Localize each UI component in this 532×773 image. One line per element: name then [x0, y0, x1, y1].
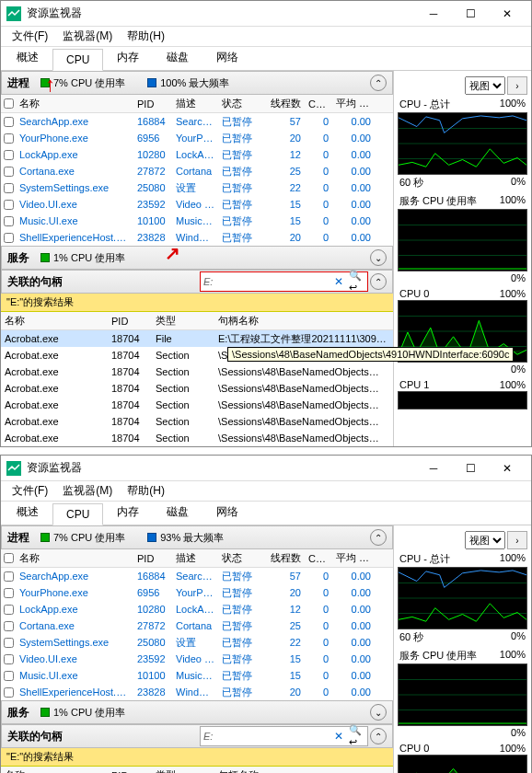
process-row[interactable]: Music.UI.exe10100 Music…已暂停 150 0.00 [1, 213, 393, 229]
search-go-icon[interactable]: 🔍↩ [346, 270, 364, 294]
col-threads[interactable]: 线程数 [260, 97, 305, 110]
expand-icon[interactable]: ⌄ [370, 704, 387, 721]
menu-monitor[interactable]: 监视器(M) [55, 483, 120, 499]
processes-header[interactable]: 进程 7% CPU 使用率 100% 最大频率 ⌃ [1, 71, 393, 95]
process-row[interactable]: Cortana.exe27872 Cortana已暂停 250 0.00 [1, 617, 393, 634]
search-go-icon[interactable]: 🔍↩ [346, 724, 364, 748]
maximize-button[interactable]: ☐ [452, 3, 489, 25]
process-row[interactable]: Video.UI.exe23592 Video …已暂停 150 0.00 [1, 196, 393, 213]
handle-row[interactable]: Acrobat.exe18704 FileE:\工程竣工文件整理20211111… [1, 330, 393, 347]
tab-disk[interactable]: 磁盘 [153, 45, 202, 70]
row-checkbox[interactable] [4, 638, 14, 648]
row-checkbox[interactable] [4, 687, 14, 698]
maximize-button[interactable]: ☐ [452, 457, 489, 479]
process-row[interactable]: LockApp.exe10280 LockAp…已暂停 120 0.00 [1, 146, 393, 163]
handles-header[interactable]: 关联的句柄 ✕ 🔍↩ ⌃ [1, 270, 393, 294]
side-chevron-icon[interactable]: › [507, 76, 527, 95]
process-row[interactable]: SystemSettings.exe25080 设置已暂停 220 0.00 [1, 179, 393, 196]
hcol-name[interactable]: 名称 [1, 314, 108, 328]
titlebar[interactable]: 资源监视器 ─ ☐ ✕ [1, 1, 531, 27]
process-row[interactable]: SearchApp.exe16884 Search…已暂停 570 0.00 [1, 568, 393, 584]
row-checkbox[interactable] [4, 117, 14, 127]
tab-overview[interactable]: 概述 [3, 45, 52, 70]
tab-bar: 概述 CPU 内存 磁盘 网络 [1, 502, 531, 525]
view-dropdown[interactable]: 视图 [465, 531, 505, 549]
process-row[interactable]: ShellExperienceHost.exe23828 Windo…已暂停 2… [1, 229, 393, 246]
collapse-icon[interactable]: ⌃ [370, 273, 387, 290]
col-name[interactable]: 名称 [16, 97, 133, 110]
process-row[interactable]: Video.UI.exe23592 Video …已暂停 150 0.00 [1, 651, 393, 667]
hcol-type[interactable]: 类型 [152, 314, 214, 328]
close-button[interactable]: ✕ [489, 457, 526, 479]
col-status[interactable]: 状态 [218, 97, 260, 110]
process-row[interactable]: YourPhone.exe6956 YourPh…已暂停 200 0.00 [1, 130, 393, 146]
process-row[interactable]: SearchApp.exe16884 Search…已暂停 570 0.00 [1, 113, 393, 130]
handle-row[interactable]: Acrobat.exe18704 Section\Sessions\48\Bas… [1, 430, 393, 446]
menu-monitor[interactable]: 监视器(M) [55, 29, 120, 44]
row-checkbox[interactable] [4, 150, 14, 160]
handles-search-input[interactable] [203, 731, 331, 742]
tab-network[interactable]: 网络 [202, 500, 252, 525]
process-row[interactable]: Music.UI.exe10100 Music…已暂停 150 0.00 [1, 667, 393, 684]
tab-memory[interactable]: 内存 [103, 500, 153, 525]
row-checkbox[interactable] [4, 167, 14, 177]
select-all-checkbox[interactable] [4, 98, 14, 109]
tab-cpu[interactable]: CPU [52, 503, 103, 525]
hcol-handle[interactable]: 句柄名称 [214, 314, 393, 328]
process-row[interactable]: YourPhone.exe6956 YourPh…已暂停 200 0.00 [1, 584, 393, 601]
process-row[interactable]: SystemSettings.exe25080 设置已暂停 220 0.00 [1, 634, 393, 651]
tab-cpu[interactable]: CPU [52, 49, 103, 71]
close-button[interactable]: ✕ [489, 3, 526, 25]
process-row[interactable]: Cortana.exe27872 Cortana已暂停 250 0.00 [1, 163, 393, 179]
select-all-checkbox[interactable] [4, 553, 14, 563]
process-row[interactable]: ShellExperienceHost.exe23828 Windo…已暂停 2… [1, 684, 393, 700]
handle-row[interactable]: Acrobat.exe18704 Section\Sessions\48\Bas… [1, 380, 393, 397]
side-chevron-icon[interactable]: › [507, 531, 527, 549]
handle-tooltip: \Sessions\48\BaseNamedObjects\4910HWNDIn… [227, 347, 514, 362]
collapse-icon[interactable]: ⌃ [370, 529, 387, 546]
hcol-pid[interactable]: PID [108, 316, 152, 327]
menu-help[interactable]: 帮助(H) [120, 29, 172, 44]
services-header[interactable]: 服务 1% CPU 使用率 ⌄ [1, 246, 393, 270]
tab-overview[interactable]: 概述 [3, 500, 52, 525]
row-checkbox[interactable] [4, 233, 14, 243]
handle-row[interactable]: Acrobat.exe18704 Section\Sessions\48\Bas… [1, 363, 393, 380]
process-row[interactable]: LockApp.exe10280 LockAp…已暂停 120 0.00 [1, 601, 393, 617]
collapse-icon[interactable]: ⌃ [370, 728, 387, 744]
col-desc[interactable]: 描述 [172, 97, 218, 110]
clear-search-icon[interactable]: ✕ [331, 275, 346, 288]
minimize-button[interactable]: ─ [415, 457, 452, 479]
menu-file[interactable]: 文件(F) [5, 483, 55, 499]
col-avgcpu[interactable]: 平均 CPU [332, 97, 375, 110]
row-checkbox[interactable] [4, 571, 14, 582]
row-checkbox[interactable] [4, 621, 14, 631]
titlebar[interactable]: 资源监视器 ─ ☐ ✕ [1, 456, 531, 481]
menu-file[interactable]: 文件(F) [5, 29, 55, 44]
row-checkbox[interactable] [4, 605, 14, 615]
collapse-icon[interactable]: ⌃ [370, 75, 387, 91]
handle-row[interactable]: Acrobat.exe18704 Section\Sessions\48\Bas… [1, 413, 393, 430]
row-checkbox[interactable] [4, 588, 14, 598]
processes-header[interactable]: 进程 7% CPU 使用率 93% 最大频率 ⌃ [1, 525, 393, 549]
row-checkbox[interactable] [4, 654, 14, 664]
tab-memory[interactable]: 内存 [103, 45, 153, 70]
col-pid[interactable]: PID [133, 98, 172, 110]
handles-header[interactable]: 关联的句柄 ✕ 🔍↩ ⌃ [1, 724, 393, 748]
col-cpu[interactable]: CPU [305, 98, 332, 110]
tab-network[interactable]: 网络 [202, 45, 252, 70]
handle-row[interactable]: Acrobat.exe18704 Section\Sessions\48\Bas… [1, 397, 393, 413]
row-checkbox[interactable] [4, 200, 14, 210]
menu-help[interactable]: 帮助(H) [120, 483, 172, 499]
expand-icon[interactable]: ⌄ [370, 249, 387, 266]
row-checkbox[interactable] [4, 216, 14, 226]
view-dropdown[interactable]: 视图 [465, 76, 505, 95]
handles-label: 关联的句柄 [7, 274, 63, 290]
row-checkbox[interactable] [4, 671, 14, 681]
tab-disk[interactable]: 磁盘 [153, 500, 202, 525]
clear-search-icon[interactable]: ✕ [331, 730, 346, 743]
row-checkbox[interactable] [4, 133, 14, 144]
minimize-button[interactable]: ─ [415, 3, 452, 25]
handles-search-input[interactable] [203, 276, 331, 287]
row-checkbox[interactable] [4, 183, 14, 193]
services-header[interactable]: 服务 1% CPU 使用率 ⌄ [1, 700, 393, 724]
